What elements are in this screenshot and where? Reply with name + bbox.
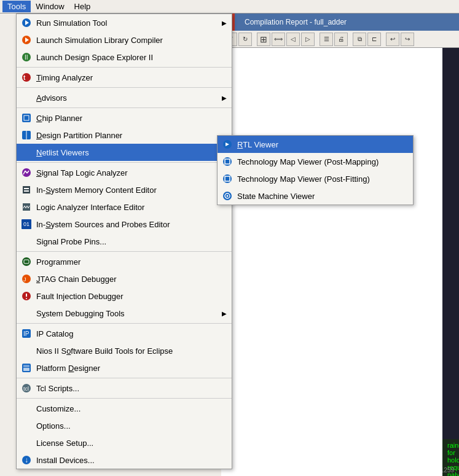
submenu-item-state[interactable]: State Machine Viewer [218, 187, 413, 205]
menu-item-memory[interactable]: In-System Memory Content Editor [17, 181, 232, 198]
ip-label: IP Catalog [36, 329, 227, 338]
status-bar: rained for hold requirements nalyzer was… [442, 439, 459, 476]
tcl-icon: tcl [20, 382, 33, 394]
techmap-fit-label: Technology Map Viewer (Post-Fitting) [237, 174, 408, 184]
menu-help[interactable]: Help [69, 1, 96, 12]
license-icon [20, 437, 33, 449]
rtl-label: RTL Viewer [237, 140, 408, 149]
toolbar-btn-10[interactable]: ⊏ [367, 33, 381, 46]
svg-point-28 [22, 257, 31, 266]
toolbar-btn-2[interactable]: ↻ [238, 33, 252, 46]
fault-icon [20, 290, 33, 302]
menu-item-options[interactable]: Options... [17, 417, 232, 434]
programmer-icon [20, 256, 33, 268]
menu-item-launch-sim[interactable]: Launch Simulation Library Compiler [17, 31, 232, 49]
chip-label: Chip Planner [36, 114, 227, 123]
menu-item-nios[interactable]: Nios II Software Build Tools for Eclipse [17, 342, 232, 359]
memory-icon [20, 184, 33, 196]
platform-label: Platform Designer [36, 364, 227, 373]
svg-rect-25 [24, 188, 29, 189]
svg-rect-39 [23, 365, 29, 367]
menu-item-sys-debug[interactable]: System Debugging Tools ▶ [17, 305, 232, 322]
svg-point-34 [26, 298, 27, 299]
menu-item-run-sim[interactable]: Run Simulation Tool ▶ [17, 14, 232, 31]
menu-item-advisors[interactable]: Advisors ▶ [17, 89, 232, 106]
toolbar-btn-7[interactable]: ☰ [320, 33, 333, 46]
compilation-toolbar: ↺ ↻ ⊞ ⟺ ◁ ▷ ☰ 🖨 ⧉ ⊏ ↩ ↪ [221, 31, 459, 48]
svg-point-45 [223, 157, 232, 166]
launch-dse-label: Launch Design Space Explorer II [36, 53, 227, 62]
menu-item-launch-dse[interactable]: II Launch Design Space Explorer II [17, 49, 232, 66]
toolbar-btn-5[interactable]: ◁ [286, 33, 300, 46]
toolbar-btn-4[interactable]: ⟺ [272, 33, 285, 46]
programmer-label: Programmer [36, 257, 227, 267]
compilation-report: ✕ Compilation Report - full_adder ↺ ↻ ⊞ … [221, 14, 459, 476]
menu-item-netlist[interactable]: Netlist Viewers ▶ [17, 144, 232, 161]
menu-item-logic-analyzer[interactable]: Logic Analyzer Interface Editor [17, 198, 232, 216]
ip-icon: IP [20, 327, 33, 340]
menu-item-license[interactable]: License Setup... [17, 434, 232, 451]
advisors-icon [20, 92, 33, 104]
submenu-item-techmap-fit[interactable]: Technology Map Viewer (Post-Fitting) [218, 170, 413, 187]
install-label: Install Devices... [36, 456, 227, 465]
menu-item-insys-sources[interactable]: 01 In-System Sources and Probes Editor [17, 216, 232, 233]
svg-point-47 [223, 174, 232, 183]
insys-sources-label: In-System Sources and Probes Editor [36, 220, 227, 229]
submenu-item-rtl[interactable]: RTL Viewer [218, 136, 413, 153]
menu-item-platform[interactable]: Platform Designer [17, 359, 232, 377]
toolbar-btn-12[interactable]: ↪ [401, 33, 414, 46]
state-icon [221, 190, 233, 202]
menu-item-timing[interactable]: t Timing Analyzer [17, 69, 232, 86]
sys-debug-icon [20, 307, 33, 319]
menu-item-programmer[interactable]: Programmer [17, 253, 232, 270]
logic-analyzer-icon [20, 201, 33, 213]
customize-icon [20, 402, 33, 415]
menu-item-design-partition[interactable]: Design Partition Planner [17, 127, 232, 144]
menu-item-ip[interactable]: IP IP Catalog [17, 325, 232, 342]
menu-item-signal-probe[interactable]: Signal Probe Pins... [17, 233, 232, 250]
svg-point-51 [227, 195, 229, 197]
launch-sim-label: Launch Simulation Library Compiler [36, 36, 227, 45]
customize-label: Customize... [36, 404, 227, 413]
menu-window[interactable]: Window [31, 1, 69, 12]
menu-item-fault[interactable]: Fault Injection Debugger [17, 287, 232, 305]
menu-item-customize[interactable]: Customize... [17, 400, 232, 417]
sys-debug-label: System Debugging Tools [36, 309, 222, 318]
netlist-label: Netlist Viewers [36, 148, 222, 157]
toolbar-btn-6[interactable]: ▷ [301, 33, 315, 46]
menu-tools[interactable]: Tools [2, 1, 31, 12]
menu-item-sigtap[interactable]: Signal Tap Logic Analyzer [17, 164, 232, 181]
menu-item-tcl[interactable]: tcl Tcl Scripts... [17, 380, 232, 397]
toolbar-btn-9[interactable]: ⧉ [353, 33, 366, 46]
design-partition-icon [20, 129, 33, 141]
run-sim-arrow: ▶ [222, 20, 227, 26]
run-sim-label: Run Simulation Tool [36, 18, 222, 28]
toolbar-btn-3[interactable]: ⊞ [257, 33, 270, 46]
sep7 [17, 378, 232, 378]
chip-icon [20, 112, 33, 124]
techmap-fit-icon [221, 173, 233, 185]
advisors-arrow: ▶ [222, 95, 227, 101]
menu-bar: Tools Window Help [0, 0, 459, 14]
sep2 [17, 87, 232, 88]
menu-item-install[interactable]: ↓ Install Devices... [17, 451, 232, 469]
schematic-content: AND2 XOR [442, 48, 459, 439]
logic-analyzer-label: Logic Analyzer Interface Editor [36, 203, 227, 212]
sep6 [17, 323, 232, 324]
options-icon [20, 419, 33, 432]
menu-item-chip[interactable]: Chip Planner [17, 109, 232, 127]
svg-rect-24 [23, 186, 30, 193]
svg-text:J: J [23, 276, 26, 283]
techmap-post-label: Technology Map Viewer (Post-Mapping) [237, 157, 408, 166]
svg-rect-16 [22, 114, 31, 122]
menu-item-jtag[interactable]: J JTAG Chain Debugger [17, 270, 232, 287]
compilation-report-titlebar: ✕ Compilation Report - full_adder [221, 14, 459, 31]
submenu-item-techmap-post[interactable]: Technology Map Viewer (Post-Mapping) [218, 153, 413, 170]
svg-text:tcl: tcl [23, 386, 29, 392]
toolbar-btn-8[interactable]: 🖨 [334, 33, 348, 46]
platform-icon [20, 362, 33, 374]
rtl-icon [221, 138, 233, 150]
toolbar-btn-11[interactable]: ↩ [386, 33, 399, 46]
tcl-label: Tcl Scripts... [36, 384, 227, 393]
state-label: State Machine Viewer [237, 192, 408, 201]
